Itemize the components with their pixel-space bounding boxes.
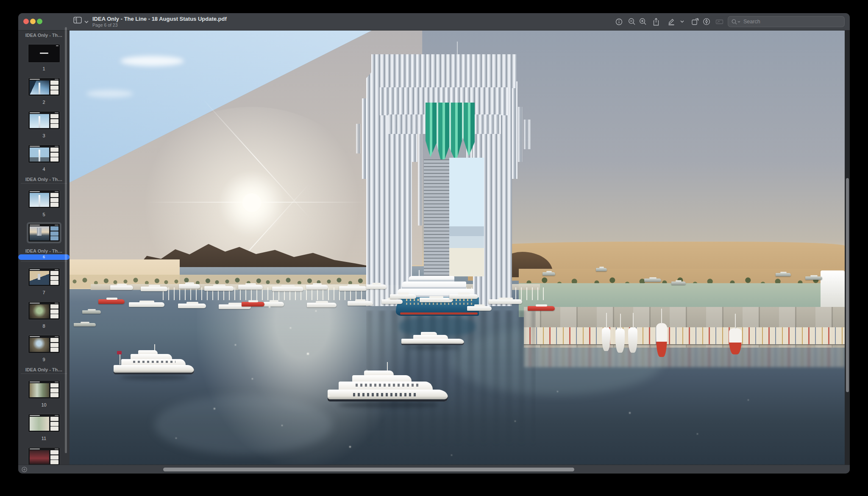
sparkle <box>175 437 177 439</box>
chevron-down-icon <box>84 17 89 25</box>
window-bottom-bar <box>18 465 850 474</box>
page-number: 2 <box>42 100 45 105</box>
page-number: 4 <box>42 167 45 172</box>
thumbnail-page-8[interactable]: 8 <box>18 300 70 329</box>
thumbnail-page-5[interactable]: 5 <box>18 189 70 217</box>
sparkle <box>515 421 516 422</box>
sparkle <box>252 378 253 379</box>
thumbnail-list: IDEA Only - Th…1234IDEA Only - Th…5IDEA … <box>18 33 70 465</box>
titlebar: IDEA Only - The Line - 18 August Status … <box>18 13 850 31</box>
zoom-button[interactable] <box>37 19 42 24</box>
zoom-thumbnails-icon[interactable] <box>22 466 27 474</box>
page-number: 8 <box>42 323 45 329</box>
thumbnail-page-3[interactable]: 3 <box>18 110 70 138</box>
preview-window: IDEA Only - The Line - 18 August Status … <box>18 13 850 474</box>
sparkle <box>697 433 698 435</box>
horizontal-scrollbar-thumb[interactable] <box>163 468 574 471</box>
page-indicator: Page 6 of 23 <box>92 22 118 28</box>
sparkle <box>557 391 558 392</box>
sidebar-panel-icon <box>73 17 82 25</box>
rotate-button[interactable] <box>690 17 701 27</box>
sidebar-divider <box>21 183 67 184</box>
document-label: IDEA Only - Th… <box>21 33 67 38</box>
search-icon <box>732 19 740 25</box>
page-number: 11 <box>42 436 46 441</box>
sparkle <box>307 353 309 355</box>
vertical-scrollbar-track[interactable] <box>845 31 850 465</box>
zoom-in-button[interactable] <box>637 17 648 27</box>
water-sparkles <box>70 31 845 465</box>
page-thumbnail[interactable] <box>28 111 60 129</box>
thumbnail-page-7[interactable]: 7 <box>18 267 70 295</box>
pdf-view <box>70 31 845 465</box>
sparkle <box>629 412 631 414</box>
thumbnail-sidebar: IDEA Only - Th…1234IDEA Only - Th…5IDEA … <box>18 31 70 465</box>
page-thumbnail[interactable] <box>28 145 60 163</box>
page-thumbnail[interactable] <box>28 224 60 242</box>
page-thumbnail[interactable] <box>28 414 60 432</box>
markup-pen-button[interactable] <box>701 17 712 27</box>
sparkle <box>281 425 283 426</box>
sparkle <box>349 446 351 448</box>
page-thumbnail[interactable] <box>28 268 60 286</box>
thumbnail-page-9[interactable]: 9 <box>18 334 70 362</box>
sparkle <box>214 408 215 410</box>
thumbnail-page-10[interactable]: 10 <box>18 379 70 407</box>
document-label: IDEA Only - Th… <box>21 367 67 372</box>
minimize-button[interactable] <box>30 19 36 24</box>
sidebar-divider <box>21 261 67 262</box>
document-label: IDEA Only - Th… <box>21 177 67 182</box>
page-number: 5 <box>42 212 45 217</box>
page-thumbnail[interactable] <box>28 190 60 208</box>
sparkle <box>328 395 330 397</box>
sparkle <box>290 327 291 329</box>
info-button[interactable] <box>613 17 624 27</box>
page-number: 1 <box>42 66 45 71</box>
thumbnail-page-12[interactable]: 12 <box>18 446 70 465</box>
window-title: IDEA Only - The Line - 18 August Status … <box>92 16 227 22</box>
thumbnail-page-11[interactable]: 11 <box>18 412 70 441</box>
sparkle <box>315 310 317 312</box>
page-thumbnail[interactable] <box>28 45 60 62</box>
thumbnail-page-6[interactable] <box>18 222 70 243</box>
sidebar-scrollbar[interactable] <box>65 27 67 453</box>
selected-page-number-pill: 6 <box>18 254 70 260</box>
share-button[interactable] <box>651 17 662 27</box>
page-thumbnail[interactable] <box>28 381 60 398</box>
page-number: 7 <box>42 290 45 295</box>
sparkle <box>235 344 236 346</box>
screen: IDEA Only - The Line - 18 August Status … <box>0 0 868 496</box>
sidebar-divider <box>21 373 67 374</box>
sparkle <box>748 399 749 401</box>
sparkle <box>451 454 452 456</box>
highlight-button[interactable] <box>666 17 677 27</box>
pdf-page <box>70 31 845 465</box>
page-thumbnail[interactable] <box>28 302 60 320</box>
search-input[interactable] <box>743 18 841 25</box>
sidebar-toggle-button[interactable] <box>73 17 89 25</box>
thumbnail-page-1[interactable]: 1 <box>18 43 70 71</box>
thumbnail-page-4[interactable]: 4 <box>18 143 70 172</box>
page-number: 10 <box>41 402 46 407</box>
zoom-out-button[interactable] <box>626 17 637 27</box>
page-number: 9 <box>42 357 45 362</box>
close-button[interactable] <box>23 19 29 24</box>
search-field[interactable] <box>728 16 845 27</box>
vertical-scrollbar-thumb[interactable] <box>846 178 849 392</box>
page-thumbnail[interactable] <box>28 335 60 353</box>
document-label: IDEA Only - Th… <box>21 248 67 254</box>
page-thumbnail[interactable] <box>28 78 60 96</box>
sparkle <box>269 306 270 308</box>
page-thumbnail[interactable] <box>28 448 60 465</box>
thumbnail-page-2[interactable]: 2 <box>18 76 70 105</box>
form-fill-button-disabled <box>714 17 725 27</box>
sparkle <box>366 370 367 371</box>
page-number: 3 <box>42 133 45 138</box>
highlight-menu-chevron[interactable] <box>679 17 685 27</box>
